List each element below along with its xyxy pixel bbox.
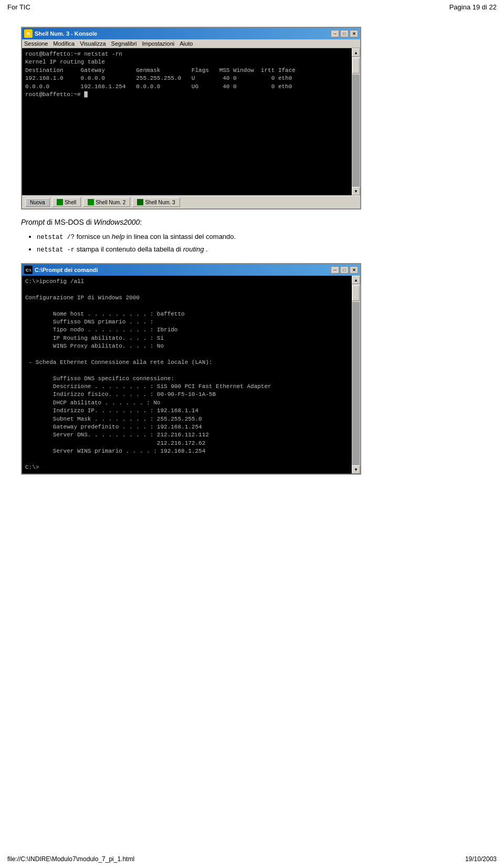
dos-terminal-content: C:\>ipconfig /all Configurazione IP di W… <box>22 276 352 474</box>
taskbar-shell2-btn[interactable]: Shell Num. 2 <box>83 197 130 207</box>
bullet-list: netstat /? fornisce un help in linea con… <box>21 232 483 255</box>
shell-label: Shell <box>65 200 76 205</box>
header-right: Pagina 19 di 22 <box>449 3 497 11</box>
bullet1-help-italic: help <box>112 233 125 240</box>
konsole-title-bar: K Shell Num. 3 - Konsole ─ □ ✕ <box>22 28 360 39</box>
konsole-scroll-area: root@baffetto:~# netstat -rn Kernel IP r… <box>22 48 360 195</box>
dos-close-button[interactable]: ✕ <box>350 266 358 274</box>
heading-windows-italic: Windows2000 <box>93 218 140 226</box>
shell3-icon <box>137 199 143 205</box>
minimize-button[interactable]: ─ <box>331 30 339 37</box>
close-button[interactable]: ✕ <box>350 30 358 37</box>
bullet1-text2: in linea con la sintassi del comando. <box>127 233 236 240</box>
maximize-button[interactable]: □ <box>340 30 349 37</box>
page-footer: file://C:\INDIRE\Modulo7\modulo_7_pi_1.h… <box>0 855 504 863</box>
bullet2-routing-italic: routing <box>183 245 204 253</box>
konsole-terminal-content: root@baffetto:~# netstat -rn Kernel IP r… <box>22 48 352 195</box>
scroll-track <box>352 75 360 187</box>
section-heading: Prompt di MS-DOS di Windows2000: <box>21 218 483 226</box>
dos-minimize-button[interactable]: ─ <box>331 266 339 274</box>
bullet2-text1: stampa il contenuto della tabella di <box>77 245 183 253</box>
heading-text: di MS-DOS di <box>45 218 93 226</box>
scroll-down-arrow[interactable]: ▼ <box>352 187 360 195</box>
shell2-label: Shell Num. 2 <box>96 200 125 205</box>
konsole-controls: ─ □ ✕ <box>331 30 358 37</box>
scroll-up-arrow[interactable]: ▲ <box>352 48 360 57</box>
dos-scrollbar[interactable]: ▲ ▼ <box>352 276 360 474</box>
dos-scroll-up-arrow[interactable]: ▲ <box>352 276 360 284</box>
bullet2-text2: . <box>206 245 208 253</box>
shell-icon <box>57 199 63 205</box>
shell2-icon <box>88 199 94 205</box>
dos-title-bar: C:\ C:\Prompt dei comandi ─ □ ✕ <box>22 264 360 276</box>
dos-scroll-thumb[interactable] <box>352 285 360 301</box>
footer-right: 19/10/2003 <box>465 855 497 863</box>
konsole-scrollbar[interactable]: ▲ ▼ <box>352 48 360 195</box>
taskbar-shell3-btn[interactable]: Shell Num. 3 <box>132 197 180 207</box>
dos-scroll-track <box>352 302 360 465</box>
konsole-window: K Shell Num. 3 - Konsole ─ □ ✕ Sessione … <box>21 27 361 210</box>
heading-prompt-italic: Prompt <box>21 218 45 226</box>
menu-segnalibri[interactable]: Segnalibri <box>111 40 137 47</box>
list-item-1: netstat /? fornisce un help in linea con… <box>37 232 483 242</box>
dos-scroll-area: C:\>ipconfig /all Configurazione IP di W… <box>22 276 360 474</box>
list-item-2: netstat -r stampa il contenuto della tab… <box>37 244 483 255</box>
menu-aiuto[interactable]: Aiuto <box>180 40 193 47</box>
code-netstat-help: netstat /? <box>37 234 75 241</box>
konsole-icon: K <box>24 29 33 38</box>
scroll-thumb[interactable] <box>352 58 360 74</box>
heading-suffix: : <box>140 218 142 226</box>
dos-maximize-button[interactable]: □ <box>340 266 349 274</box>
code-netstat-r: netstat -r <box>37 246 75 254</box>
dos-window: C:\ C:\Prompt dei comandi ─ □ ✕ C:\>ipco… <box>21 263 361 475</box>
dos-title: C:\Prompt dei comandi <box>35 267 98 273</box>
menu-impostazioni[interactable]: Impostazioni <box>142 40 174 47</box>
taskbar-nuova-btn[interactable]: Nuova <box>25 198 50 207</box>
taskbar-shell-btn[interactable]: Shell <box>52 197 81 207</box>
shell3-label: Shell Num. 3 <box>145 200 175 205</box>
konsole-menu-bar: Sessione Modifica Visualizza Segnalibri … <box>22 39 360 48</box>
dos-icon: C:\ <box>24 266 33 274</box>
footer-left: file://C:\INDIRE\Modulo7\modulo_7_pi_1.h… <box>7 855 134 863</box>
konsole-title: Shell Num. 3 - Konsole <box>35 30 97 37</box>
dos-scroll-down-arrow[interactable]: ▼ <box>352 465 360 474</box>
menu-modifica[interactable]: Modifica <box>53 40 75 47</box>
menu-sessione[interactable]: Sessione <box>24 40 48 47</box>
dos-controls: ─ □ ✕ <box>331 266 358 274</box>
header-left: For TIC <box>7 3 30 11</box>
konsole-taskbar: Nuova Shell Shell Num. 2 Shell Num. 3 <box>22 195 360 208</box>
bullet1-text1: fornisce un <box>77 233 112 240</box>
nuova-label: Nuova <box>30 200 45 205</box>
menu-visualizza[interactable]: Visualizza <box>80 40 106 47</box>
